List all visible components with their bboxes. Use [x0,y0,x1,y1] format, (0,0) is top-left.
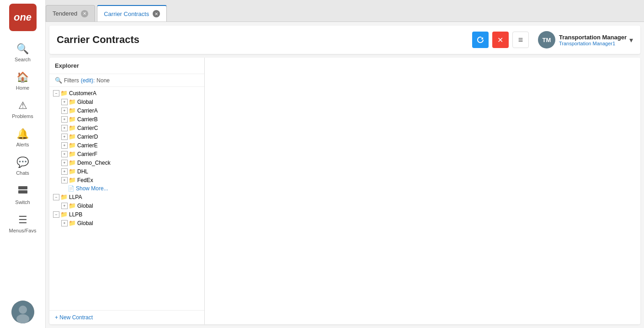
new-contract-link[interactable]: + New Contract [55,314,93,321]
sidebar-item-home[interactable]: 🏠 Home [0,67,45,95]
tree-toggle-dhl[interactable]: + [61,168,68,175]
folder-icon-customerA: 📁 [60,90,68,97]
menu-button[interactable]: ≡ [512,32,529,48]
home-icon: 🏠 [16,71,29,83]
tab-carrier-contracts-close[interactable]: ✕ [153,10,160,17]
tree-label-llpa: LLPA [69,194,82,200]
sidebar-label-alerts: Alerts [16,142,29,147]
tree-toggle-customerA[interactable]: − [53,90,59,97]
tree-row-carrierD[interactable]: +📁CarrierD [49,132,204,141]
tree-toggle-fedex[interactable]: + [61,177,68,183]
filter-search-icon: 🔍 [55,77,62,84]
folder-icon-carrierE: 📁 [69,142,76,149]
app-logo[interactable]: one [9,4,37,31]
tab-tendered[interactable]: Tendered ✕ [46,5,95,22]
explorer-filters: 🔍 Filters (edit): None [49,74,204,87]
tree-toggle-llpa[interactable]: − [53,194,59,200]
tree-row-llpa[interactable]: −📁LLPA [49,193,204,201]
sidebar-label-chats: Chats [16,170,29,176]
sidebar-item-chats[interactable]: 💬 Chats [0,152,45,180]
tree-row-carrierF[interactable]: +📁CarrierF [49,150,204,158]
refresh-button[interactable] [472,32,489,48]
svg-point-3 [19,306,27,314]
explorer-header: Explorer [49,58,204,74]
tree-row-global-llpb[interactable]: +📁Global [49,219,204,227]
tree-row-demo-check[interactable]: +📁Demo_Check [49,158,204,167]
sidebar-label-switch: Switch [15,199,30,205]
main-content: Tendered ✕ Carrier Contracts ✕ Carrier C… [46,0,644,328]
tree-toggle-carrierE[interactable]: + [61,142,68,149]
tree-row-customerA[interactable]: −📁CustomerA [49,89,204,97]
logo-text: one [14,11,32,23]
filters-label: Filters [64,77,79,84]
tree-label-carrierF: CarrierF [77,151,97,157]
tree-label-dhl: DHL [77,168,88,175]
tree-label-carrierB: CarrierB [77,116,98,123]
tree-toggle-carrierC[interactable]: + [61,125,68,131]
tree-row-global-a[interactable]: +📁Global [49,97,204,106]
page-title: Carrier Contracts [57,34,472,46]
tree-toggle-global-a[interactable]: + [61,99,68,105]
sidebar-item-search[interactable]: 🔍 Search [0,38,45,67]
folder-icon-dhl: 📁 [69,168,76,175]
tree-toggle-llpb[interactable]: − [53,211,59,218]
tree-label-global-a: Global [77,99,93,105]
user-info: TM Transportation Manager Transportation… [538,31,633,48]
tree-label-customerA: CustomerA [69,90,96,97]
sidebar-bottom [0,296,45,328]
tree-row-dhl[interactable]: +📁DHL [49,167,204,176]
search-icon: 🔍 [16,43,29,55]
user-initials: TM [543,37,551,43]
sidebar-item-problems[interactable]: ⚠ Problems [0,95,45,124]
tab-carrier-contracts[interactable]: Carrier Contracts ✕ [97,5,167,22]
tree-container: −📁CustomerA+📁Global+📁CarrierA+📁CarrierB+… [49,87,204,310]
tree-row-show-more[interactable]: 📄Show More... [49,184,204,193]
tree-row-carrierE[interactable]: +📁CarrierE [49,141,204,150]
tree-label-fedex: FedEx [77,177,93,183]
filters-edit-link[interactable]: (edit): [81,77,95,84]
tree-label-carrierC: CarrierC [77,125,98,131]
sidebar-avatar[interactable] [11,301,34,323]
user-chevron-button[interactable]: ▾ [629,36,633,44]
tree-label-global-llpb: Global [77,220,93,226]
sidebar-item-alerts[interactable]: 🔔 Alerts [0,124,45,152]
problems-icon: ⚠ [18,100,27,112]
sidebar-item-menus[interactable]: ☰ Menus/Favs [0,210,45,238]
tree-row-carrierC[interactable]: +📁CarrierC [49,124,204,132]
folder-icon-llpa: 📁 [60,194,68,200]
tree-row-carrierB[interactable]: +📁CarrierB [49,115,204,124]
tree-row-global-llpa[interactable]: +📁Global [49,201,204,210]
folder-icon-global-llpa: 📁 [69,202,76,209]
folder-icon-demo-check: 📁 [69,159,76,166]
sidebar-item-switch[interactable]: Switch [0,180,45,210]
tree-toggle-carrierA[interactable]: + [61,108,68,114]
header-actions: ✕ ≡ TM Transportation Manager Transporta… [472,31,633,48]
page-header: Carrier Contracts ✕ ≡ TM [49,26,640,54]
tab-bar: Tendered ✕ Carrier Contracts ✕ [46,0,644,22]
sidebar-label-problems: Problems [12,113,33,119]
tree-label-llpb: LLPB [69,211,82,218]
tab-tendered-label: Tendered [53,10,77,17]
tree-row-fedex[interactable]: +📁FedEx [49,176,204,184]
tab-tendered-close[interactable]: ✕ [81,10,88,17]
svg-rect-0 [18,186,27,189]
sidebar-label-home: Home [16,85,29,91]
tree-toggle-carrierD[interactable]: + [61,134,68,140]
tree-toggle-demo-check[interactable]: + [61,160,68,166]
alerts-icon: 🔔 [16,128,29,140]
tree-toggle-global-llpb[interactable]: + [61,220,68,226]
tree-row-carrierA[interactable]: +📁CarrierA [49,106,204,115]
content-wrapper: Explorer 🔍 Filters (edit): None −📁Custom… [49,58,640,324]
tree-label-show-more: Show More... [76,185,108,192]
tree-row-llpb[interactable]: −📁LLPB [49,210,204,219]
tree-toggle-carrierB[interactable]: + [61,116,68,123]
right-content [205,58,640,324]
close-button[interactable]: ✕ [492,32,509,48]
tree-toggle-global-llpa[interactable]: + [61,203,68,209]
tab-carrier-contracts-label: Carrier Contracts [104,11,149,17]
folder-icon-carrierD: 📁 [69,133,76,140]
file-icon-show-more: 📄 [68,185,75,192]
explorer-footer: + New Contract [49,310,204,324]
switch-icon [18,185,28,198]
tree-toggle-carrierF[interactable]: + [61,151,68,157]
